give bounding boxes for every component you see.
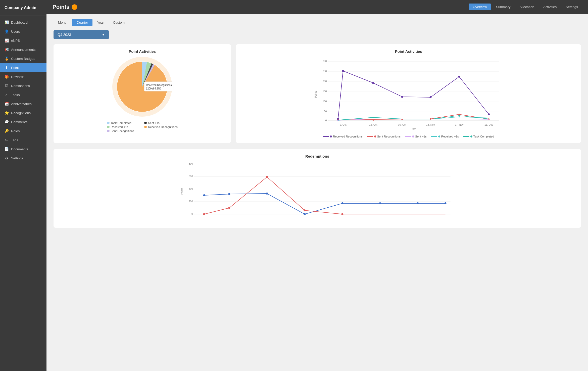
svg-point-54 — [228, 193, 230, 195]
svg-point-55 — [266, 193, 268, 195]
quarter-dropdown[interactable]: Q4 2023 ▼ — [54, 30, 109, 39]
sidebar-item-label: Announcements — [11, 48, 36, 52]
sidebar-item-label: Nominations — [11, 84, 30, 88]
legend-dot — [144, 126, 147, 128]
svg-text:Points: Points — [315, 91, 317, 98]
topnav-tab-settings[interactable]: Settings — [562, 4, 582, 10]
roles-icon: 🔑 — [5, 129, 9, 133]
topnav-tabs: OverviewSummaryAllocationActivitiesSetti… — [469, 4, 582, 10]
sidebar-item-comments[interactable]: 💬Comments — [0, 117, 46, 126]
sidebar-item-label: Tasks — [11, 93, 20, 97]
dashboard-icon: 📊 — [5, 20, 9, 24]
redemptions-card: Redemptions 0 200 400 600 800 Points — [54, 149, 581, 228]
sidebar-item-label: Roles — [11, 129, 20, 133]
sidebar-item-label: Rewards — [11, 75, 24, 79]
tags-icon: 🏷 — [5, 138, 9, 142]
svg-point-40 — [373, 117, 374, 118]
page-title: Points 🟠 — [53, 4, 467, 10]
sidebar-item-recognitions[interactable]: ⭐Recognitions — [0, 108, 46, 117]
coin-icon: 🟠 — [71, 4, 78, 10]
users-icon: 👤 — [5, 29, 9, 33]
svg-text:600: 600 — [189, 175, 193, 178]
topnav-tab-allocation[interactable]: Allocation — [515, 4, 538, 10]
svg-text:0: 0 — [325, 119, 327, 122]
svg-point-30 — [488, 113, 490, 115]
comments-icon: 💬 — [5, 120, 9, 124]
period-tab-year[interactable]: Year — [92, 19, 108, 26]
nominations-icon: ☑ — [5, 84, 9, 88]
svg-point-65 — [341, 213, 344, 215]
sidebar-item-points[interactable]: ⬆Points — [0, 63, 46, 72]
sidebar-item-label: Anniversaries — [11, 102, 32, 106]
svg-point-64 — [304, 209, 306, 211]
svg-text:250: 250 — [323, 70, 327, 73]
topnav-tab-summary[interactable]: Summary — [492, 4, 515, 10]
sidebar-item-anniversaries[interactable]: 📅Anniversaries — [0, 99, 46, 108]
svg-point-41 — [459, 115, 460, 116]
svg-text:0: 0 — [191, 213, 193, 215]
svg-text:30. Oct: 30. Oct — [398, 123, 406, 126]
sidebar-item-label: eNPS — [11, 39, 20, 42]
svg-point-58 — [379, 202, 381, 204]
svg-point-29 — [458, 76, 460, 78]
sidebar-item-enps[interactable]: 📈eNPS — [0, 36, 46, 45]
pie-legend-received-+1s: Received +1s — [107, 125, 140, 128]
sidebar-item-users[interactable]: 👤Users — [0, 27, 46, 36]
content-area: MonthQuarterYearCustom Q4 2023 ▼ Point A… — [46, 14, 588, 371]
sidebar-item-label: Comments — [11, 120, 27, 124]
sidebar-item-label: Recognitions — [11, 111, 31, 115]
pie-legend-received-recognitions: Received Recognitions — [144, 125, 178, 128]
legend-dot — [107, 130, 110, 132]
svg-point-32 — [373, 119, 374, 121]
quarter-dropdown-value: Q4 2023 — [58, 33, 71, 37]
pie-container: Received Recognitions 1200 (84.8%) Task … — [59, 57, 226, 132]
period-tab-custom[interactable]: Custom — [109, 19, 129, 26]
svg-text:200: 200 — [323, 80, 327, 83]
main-area: Points 🟠 OverviewSummaryAllocationActivi… — [46, 0, 588, 371]
topnav: Points 🟠 OverviewSummaryAllocationActivi… — [46, 0, 588, 14]
redemptions-svg: 0 200 400 600 800 Points — [59, 161, 576, 222]
sidebar-title: Company Admin — [0, 0, 46, 16]
redemptions-title: Redemptions — [59, 154, 576, 158]
pie-legend: Task CompletedSent +1sReceived +1sReceiv… — [107, 121, 178, 132]
sidebar-item-custom-badges[interactable]: 🏅Custom Badges — [0, 54, 46, 63]
sidebar-item-label: Settings — [11, 156, 23, 160]
recognitions-icon: ⭐ — [5, 111, 9, 115]
svg-text:400: 400 — [189, 188, 193, 190]
sidebar-item-documents[interactable]: 📄Documents — [0, 145, 46, 154]
legend-sent-plus1s: Sent +1s — [405, 135, 427, 138]
sidebar-item-roles[interactable]: 🔑Roles — [0, 126, 46, 135]
svg-point-27 — [401, 96, 403, 98]
anniversaries-icon: 📅 — [5, 102, 9, 106]
line-chart-svg: 0 50 100 150 200 250 300 Points 2. Oct 1… — [241, 57, 576, 132]
sidebar-item-announcements[interactable]: 📢Announcements — [0, 45, 46, 54]
period-tab-month[interactable]: Month — [54, 19, 72, 26]
topnav-tab-overview[interactable]: Overview — [469, 4, 491, 10]
legend-dot — [107, 122, 110, 124]
sidebar-item-tags[interactable]: 🏷Tags — [0, 135, 46, 145]
sidebar-item-tasks[interactable]: ✓Tasks — [0, 90, 46, 99]
pie-legend-task-completed: Task Completed — [107, 121, 140, 124]
sidebar-item-settings[interactable]: ⚙Settings — [0, 154, 46, 163]
sidebar-item-nominations[interactable]: ☑Nominations — [0, 81, 46, 90]
sidebar-item-label: Users — [11, 30, 20, 33]
page-title-text: Points — [53, 4, 69, 10]
sidebar-item-label: Documents — [11, 147, 28, 151]
svg-text:27. Nov: 27. Nov — [455, 123, 463, 126]
settings-icon: ⚙ — [5, 156, 9, 160]
svg-text:11. Dec: 11. Dec — [484, 123, 493, 126]
documents-icon: 📄 — [5, 147, 9, 151]
sidebar-item-dashboard[interactable]: 📊Dashboard — [0, 18, 46, 27]
period-tab-quarter[interactable]: Quarter — [72, 19, 93, 26]
svg-text:100: 100 — [323, 100, 327, 103]
svg-text:16. Oct: 16. Oct — [369, 123, 377, 126]
svg-point-62 — [228, 207, 230, 209]
svg-text:800: 800 — [189, 162, 193, 165]
topnav-tab-activities[interactable]: Activities — [539, 4, 561, 10]
svg-text:Points: Points — [181, 188, 183, 195]
sidebar-item-rewards[interactable]: 🎁Rewards — [0, 72, 46, 81]
line-chart-card: Point Activities 0 50 100 150 200 — [236, 44, 581, 143]
pie-chart-title: Point Activities — [59, 49, 226, 54]
legend-dot — [107, 126, 110, 128]
svg-point-61 — [203, 213, 205, 215]
